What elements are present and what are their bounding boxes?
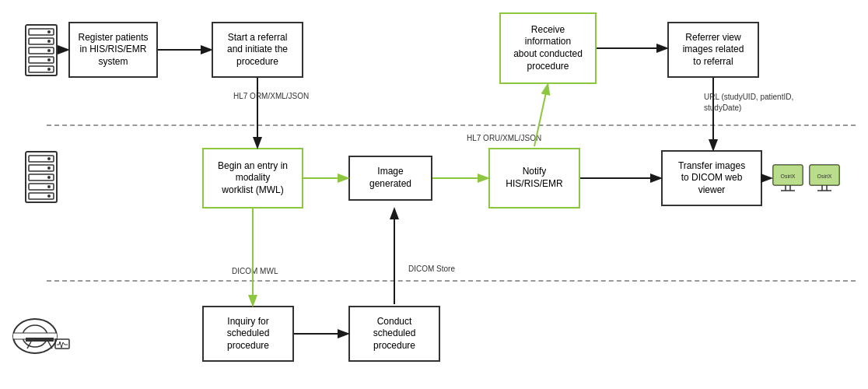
svg-point-7 [47, 40, 51, 43]
svg-point-10 [47, 68, 51, 71]
monitor-icons: OsiriX OsiriX [772, 163, 841, 194]
svg-point-9 [47, 58, 51, 61]
image-generated-box: Imagegenerated [348, 156, 432, 201]
conduct-box: Conductscheduledprocedure [348, 306, 440, 362]
svg-point-17 [47, 157, 51, 160]
url-params-label: URL (studyUID, patientID,studyDate) [704, 92, 793, 114]
notify-box: NotifyHIS/RIS/EMR [488, 148, 580, 209]
hl7-orm-label: HL7 ORM/XML/JSON [233, 92, 309, 100]
dashed-line-bottom [47, 280, 856, 282]
start-referral-box: Start a referraland initiate theprocedur… [212, 22, 303, 78]
hl7-oru-label: HL7 ORU/XML/JSON [467, 134, 541, 142]
diagram-container: OsiriX OsiriX Register patients in HIS/R… [0, 0, 868, 389]
begin-entry-box: Begin an entry inmodalityworklist (MWL) [202, 148, 303, 209]
referrer-view-box: Referrer viewimages relatedto referral [667, 22, 759, 78]
svg-point-20 [47, 185, 51, 188]
svg-text:OsiriX: OsiriX [817, 173, 831, 179]
svg-point-21 [47, 194, 51, 198]
svg-rect-27 [26, 338, 54, 342]
svg-text:OsiriX: OsiriX [780, 173, 795, 179]
svg-point-19 [47, 176, 51, 179]
server-icon-middle [22, 150, 61, 207]
inquiry-box: Inquiry forscheduledprocedure [202, 306, 294, 362]
svg-point-18 [47, 166, 51, 170]
mri-icon [12, 311, 70, 364]
svg-point-6 [47, 30, 51, 33]
svg-rect-11 [26, 152, 57, 202]
dicom-store-label: DICOM Store [408, 265, 455, 273]
server-icon-top [22, 23, 61, 80]
dicom-mwl-label: DICOM MWL [232, 267, 278, 275]
svg-point-8 [47, 49, 51, 52]
register-box: Register patients in HIS/RIS/EMR system [68, 22, 158, 78]
dashed-line-top [47, 124, 856, 126]
transfer-images-box: Transfer imagesto DICOM webviewer [661, 150, 762, 206]
svg-rect-0 [26, 25, 57, 75]
receive-info-box: Receiveinformationabout conductedprocedu… [499, 12, 597, 84]
